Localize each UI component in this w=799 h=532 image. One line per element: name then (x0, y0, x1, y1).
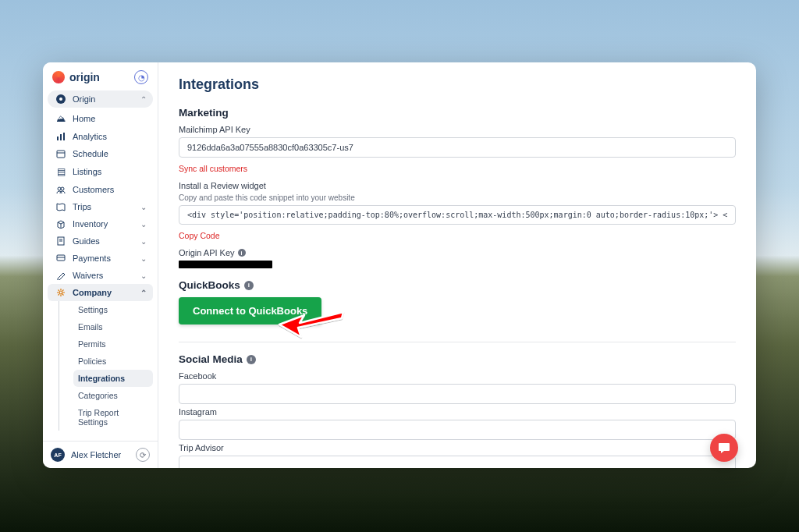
payments-icon (54, 254, 68, 262)
review-widget-label: Install a Review widget (179, 181, 736, 190)
facebook-label: Facebook (179, 371, 736, 381)
gear-icon (54, 288, 68, 297)
sidebar-item-home[interactable]: ⛰ Home (48, 109, 153, 128)
chevron-down-icon: ⌄ (140, 237, 147, 246)
nav-label: Origin (73, 94, 95, 104)
info-icon[interactable]: i (238, 249, 246, 257)
chat-fab-button[interactable] (710, 434, 738, 462)
origin-api-key-label: Origin API Key i (179, 248, 736, 257)
app-window: origin ◔ Origin ⌃ ⛰ Home Analytics (43, 62, 756, 468)
mailchimp-api-key-input[interactable] (179, 137, 736, 158)
section-divider (179, 342, 736, 342)
page-title: Integrations (179, 76, 736, 93)
customers-icon (54, 186, 68, 193)
sidebar-sub-settings[interactable]: Settings (73, 301, 153, 318)
section-quickbooks-heading: QuickBooks i (179, 279, 736, 291)
chevron-down-icon: ⌄ (140, 271, 147, 280)
nav-label: Analytics (73, 132, 107, 141)
review-widget-code-input[interactable] (179, 205, 736, 225)
origin-api-key-value-redacted (179, 261, 272, 268)
copy-code-link[interactable]: Copy Code (179, 231, 220, 240)
sidebar-sub-integrations[interactable]: Integrations (73, 370, 153, 387)
sidebar-item-inventory[interactable]: Inventory ⌄ (48, 215, 153, 232)
svg-rect-1 (60, 134, 62, 140)
sidebar-item-analytics[interactable]: Analytics (48, 128, 153, 145)
user-avatar[interactable]: AF (51, 448, 65, 462)
listings-icon: ▤ (54, 166, 68, 177)
sidebar-item-guides[interactable]: Guides ⌄ (48, 232, 153, 250)
svg-rect-3 (57, 151, 65, 158)
info-icon[interactable]: i (244, 281, 254, 290)
nav-label: Trips (73, 202, 91, 211)
nav-label: Listings (73, 167, 101, 176)
sidebar-header: origin ◔ (43, 62, 158, 90)
sidebar-sub-categories[interactable]: Categories (73, 387, 153, 404)
connect-quickbooks-button[interactable]: Connect to QuickBooks (179, 297, 321, 325)
sidebar-item-listings[interactable]: ▤ Listings (48, 162, 153, 181)
sidebar-item-trips[interactable]: Trips ⌄ (48, 198, 153, 215)
section-marketing-heading: Marketing (179, 107, 736, 119)
sidebar-item-company[interactable]: Company ⌃ (48, 284, 153, 301)
sidebar-item-waivers[interactable]: Waivers ⌄ (48, 267, 153, 284)
sidebar-nav: Origin ⌃ ⛰ Home Analytics Schedule ▤ (43, 90, 158, 441)
sidebar: origin ◔ Origin ⌃ ⛰ Home Analytics (43, 62, 158, 468)
nav-label: Schedule (73, 149, 108, 158)
sidebar-sub-trip-report[interactable]: Trip Report Settings (73, 404, 153, 431)
main-content: Integrations Marketing Mailchimp API Key… (158, 62, 756, 468)
sidebar-sub-policies[interactable]: Policies (73, 353, 153, 370)
nav-label: Inventory (73, 219, 108, 229)
chevron-down-icon: ⌄ (140, 254, 147, 263)
svg-point-5 (58, 187, 61, 190)
brand-name: origin (69, 71, 100, 83)
svg-point-6 (61, 187, 64, 190)
chevron-up-icon: ⌃ (140, 289, 147, 297)
svg-point-13 (59, 291, 62, 294)
brand-logo[interactable]: origin (52, 71, 100, 83)
mailchimp-label: Mailchimp API Key (179, 125, 736, 134)
notification-badge-icon[interactable]: ◔ (134, 70, 148, 84)
guides-icon (54, 236, 68, 246)
nav-label: Payments (73, 254, 111, 263)
chevron-down-icon: ⌄ (140, 220, 147, 229)
nav-label: Company (73, 288, 112, 297)
sidebar-sub-emails[interactable]: Emails (73, 318, 153, 335)
sidebar-sub-permits[interactable]: Permits (73, 335, 153, 353)
tripadvisor-label: Trip Advisor (179, 443, 736, 452)
waivers-icon (54, 271, 68, 280)
chevron-down-icon: ⌄ (140, 203, 147, 211)
company-submenu: Settings Emails Permits Policies Integra… (59, 301, 153, 431)
origin-dot-icon (56, 94, 66, 104)
info-icon[interactable]: i (247, 355, 256, 364)
calendar-icon (54, 149, 68, 158)
facebook-input[interactable] (179, 384, 736, 404)
origin-logo-icon (52, 71, 65, 83)
map-icon (54, 202, 68, 211)
instagram-input[interactable] (179, 420, 736, 440)
tripadvisor-input[interactable] (179, 456, 736, 468)
section-social-heading: Social Media i (179, 353, 736, 365)
nav-label: Guides (73, 236, 100, 246)
sidebar-item-payments[interactable]: Payments ⌄ (48, 250, 153, 267)
nav-label: Waivers (73, 271, 103, 280)
review-widget-sub: Copy and paste this code snippet into yo… (179, 193, 736, 202)
analytics-icon (54, 132, 68, 141)
svg-rect-2 (63, 133, 65, 140)
sidebar-item-origin[interactable]: Origin ⌃ (48, 90, 153, 108)
instagram-label: Instagram (179, 407, 736, 417)
sync-customers-link[interactable]: Sync all customers (179, 164, 247, 173)
chevron-up-icon: ⌃ (140, 95, 147, 104)
nav-label: Customers (73, 185, 114, 194)
chat-icon (717, 441, 731, 455)
home-icon: ⛰ (54, 113, 68, 124)
svg-rect-0 (57, 137, 59, 140)
sidebar-item-customers[interactable]: Customers (48, 181, 153, 198)
user-name: Alex Fletcher (71, 450, 130, 459)
inventory-icon (54, 219, 68, 229)
collapse-sidebar-icon[interactable]: ⟳ (136, 448, 150, 462)
nav-label: Home (73, 114, 95, 123)
sidebar-footer: AF Alex Fletcher ⟳ (43, 441, 158, 468)
sidebar-item-schedule[interactable]: Schedule (48, 145, 153, 162)
